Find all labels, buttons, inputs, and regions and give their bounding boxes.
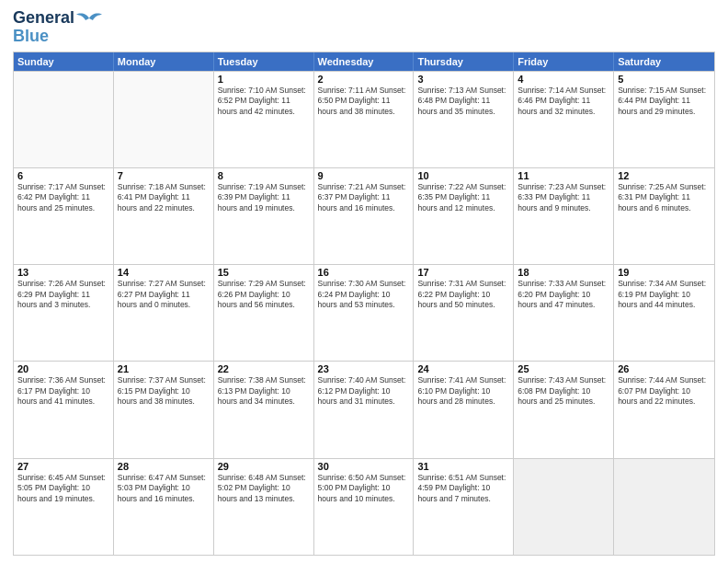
day-cell-9: 9Sunrise: 7:21 AM Sunset: 6:37 PM Daylig… xyxy=(314,168,415,264)
day-info: Sunrise: 7:23 AM Sunset: 6:33 PM Dayligh… xyxy=(518,182,609,213)
day-info: Sunrise: 7:44 AM Sunset: 6:07 PM Dayligh… xyxy=(618,375,711,407)
day-number: 5 xyxy=(618,74,711,85)
day-info: Sunrise: 7:26 AM Sunset: 6:29 PM Dayligh… xyxy=(17,279,109,310)
day-number: 27 xyxy=(17,461,109,472)
day-number: 14 xyxy=(118,267,210,278)
day-number: 15 xyxy=(218,267,310,278)
day-number: 3 xyxy=(417,74,509,85)
day-number: 17 xyxy=(417,267,509,278)
day-header-saturday: Saturday xyxy=(614,52,714,71)
day-number: 6 xyxy=(17,170,109,181)
day-cell-6: 6Sunrise: 7:17 AM Sunset: 6:42 PM Daylig… xyxy=(14,168,114,264)
day-number: 18 xyxy=(518,267,609,278)
day-info: Sunrise: 7:29 AM Sunset: 6:26 PM Dayligh… xyxy=(218,279,310,310)
day-number: 29 xyxy=(218,461,310,472)
day-info: Sunrise: 7:30 AM Sunset: 6:24 PM Dayligh… xyxy=(318,279,410,310)
week-row-4: 20Sunrise: 7:36 AM Sunset: 6:17 PM Dayli… xyxy=(14,361,714,457)
day-info: Sunrise: 7:14 AM Sunset: 6:46 PM Dayligh… xyxy=(518,86,609,117)
day-number: 2 xyxy=(318,74,410,85)
day-cell-12: 12Sunrise: 7:25 AM Sunset: 6:31 PM Dayli… xyxy=(614,168,714,264)
day-cell-25: 25Sunrise: 7:43 AM Sunset: 6:08 PM Dayli… xyxy=(514,362,614,457)
day-number: 19 xyxy=(618,267,711,278)
empty-cell xyxy=(114,72,214,167)
day-cell-31: 31Sunrise: 6:51 AM Sunset: 4:59 PM Dayli… xyxy=(414,459,514,555)
day-info: Sunrise: 6:48 AM Sunset: 5:02 PM Dayligh… xyxy=(218,473,310,504)
day-info: Sunrise: 7:10 AM Sunset: 6:52 PM Dayligh… xyxy=(218,86,310,117)
calendar-body: 1Sunrise: 7:10 AM Sunset: 6:52 PM Daylig… xyxy=(14,71,714,555)
day-cell-13: 13Sunrise: 7:26 AM Sunset: 6:29 PM Dayli… xyxy=(14,265,114,361)
logo-bird-icon xyxy=(76,11,102,31)
day-cell-14: 14Sunrise: 7:27 AM Sunset: 6:27 PM Dayli… xyxy=(114,265,214,361)
day-cell-30: 30Sunrise: 6:50 AM Sunset: 5:00 PM Dayli… xyxy=(314,459,415,555)
day-cell-21: 21Sunrise: 7:37 AM Sunset: 6:15 PM Dayli… xyxy=(114,362,214,457)
day-number: 26 xyxy=(618,363,711,374)
day-cell-5: 5Sunrise: 7:15 AM Sunset: 6:44 PM Daylig… xyxy=(614,72,714,167)
day-cell-16: 16Sunrise: 7:30 AM Sunset: 6:24 PM Dayli… xyxy=(314,265,415,361)
day-number: 13 xyxy=(17,267,109,278)
day-cell-22: 22Sunrise: 7:38 AM Sunset: 6:13 PM Dayli… xyxy=(214,362,314,457)
day-info: Sunrise: 6:45 AM Sunset: 5:05 PM Dayligh… xyxy=(17,473,109,504)
day-header-monday: Monday xyxy=(114,52,214,71)
day-number: 7 xyxy=(118,170,210,181)
day-info: Sunrise: 6:51 AM Sunset: 4:59 PM Dayligh… xyxy=(417,473,509,504)
day-cell-17: 17Sunrise: 7:31 AM Sunset: 6:22 PM Dayli… xyxy=(414,265,514,361)
day-number: 16 xyxy=(318,267,410,278)
day-number: 8 xyxy=(218,170,310,181)
day-header-sunday: Sunday xyxy=(14,52,114,71)
day-cell-8: 8Sunrise: 7:19 AM Sunset: 6:39 PM Daylig… xyxy=(214,168,314,264)
week-row-5: 27Sunrise: 6:45 AM Sunset: 5:05 PM Dayli… xyxy=(14,458,714,555)
day-cell-15: 15Sunrise: 7:29 AM Sunset: 6:26 PM Dayli… xyxy=(214,265,314,361)
day-info: Sunrise: 7:18 AM Sunset: 6:41 PM Dayligh… xyxy=(118,182,210,213)
day-number: 9 xyxy=(318,170,410,181)
day-header-tuesday: Tuesday xyxy=(214,52,314,71)
day-number: 23 xyxy=(318,363,410,374)
day-number: 28 xyxy=(118,461,210,472)
day-number: 25 xyxy=(518,363,609,374)
empty-cell xyxy=(614,459,714,555)
day-number: 11 xyxy=(518,170,609,181)
day-cell-10: 10Sunrise: 7:22 AM Sunset: 6:35 PM Dayli… xyxy=(414,168,514,264)
day-cell-26: 26Sunrise: 7:44 AM Sunset: 6:07 PM Dayli… xyxy=(614,362,714,457)
day-number: 20 xyxy=(17,363,109,374)
day-info: Sunrise: 7:41 AM Sunset: 6:10 PM Dayligh… xyxy=(417,375,509,407)
day-number: 24 xyxy=(417,363,509,374)
day-cell-3: 3Sunrise: 7:13 AM Sunset: 6:48 PM Daylig… xyxy=(414,72,514,167)
day-info: Sunrise: 7:11 AM Sunset: 6:50 PM Dayligh… xyxy=(318,86,410,117)
day-cell-20: 20Sunrise: 7:36 AM Sunset: 6:17 PM Dayli… xyxy=(14,362,114,457)
day-info: Sunrise: 7:17 AM Sunset: 6:42 PM Dayligh… xyxy=(17,182,109,213)
day-info: Sunrise: 7:38 AM Sunset: 6:13 PM Dayligh… xyxy=(218,375,310,407)
day-info: Sunrise: 7:19 AM Sunset: 6:39 PM Dayligh… xyxy=(218,182,310,213)
page-header: GeneralBlue xyxy=(13,9,715,46)
calendar: SundayMondayTuesdayWednesdayThursdayFrid… xyxy=(13,52,715,556)
day-cell-18: 18Sunrise: 7:33 AM Sunset: 6:20 PM Dayli… xyxy=(514,265,614,361)
day-header-friday: Friday xyxy=(514,52,614,71)
day-info: Sunrise: 6:50 AM Sunset: 5:00 PM Dayligh… xyxy=(318,473,410,504)
day-number: 4 xyxy=(518,74,609,85)
day-header-thursday: Thursday xyxy=(414,52,514,71)
day-info: Sunrise: 7:36 AM Sunset: 6:17 PM Dayligh… xyxy=(17,375,109,407)
day-cell-28: 28Sunrise: 6:47 AM Sunset: 5:03 PM Dayli… xyxy=(114,459,214,555)
day-cell-29: 29Sunrise: 6:48 AM Sunset: 5:02 PM Dayli… xyxy=(214,459,314,555)
empty-cell xyxy=(514,459,614,555)
day-info: Sunrise: 7:37 AM Sunset: 6:15 PM Dayligh… xyxy=(118,375,210,407)
day-number: 22 xyxy=(218,363,310,374)
day-info: Sunrise: 7:43 AM Sunset: 6:08 PM Dayligh… xyxy=(518,375,609,407)
day-info: Sunrise: 7:31 AM Sunset: 6:22 PM Dayligh… xyxy=(417,279,509,310)
week-row-2: 6Sunrise: 7:17 AM Sunset: 6:42 PM Daylig… xyxy=(14,167,714,264)
day-cell-4: 4Sunrise: 7:14 AM Sunset: 6:46 PM Daylig… xyxy=(514,72,614,167)
day-number: 12 xyxy=(618,170,711,181)
day-number: 1 xyxy=(218,74,310,85)
day-number: 30 xyxy=(318,461,410,472)
day-info: Sunrise: 7:40 AM Sunset: 6:12 PM Dayligh… xyxy=(318,375,410,407)
day-cell-2: 2Sunrise: 7:11 AM Sunset: 6:50 PM Daylig… xyxy=(314,72,415,167)
day-header-wednesday: Wednesday xyxy=(314,52,415,71)
day-cell-11: 11Sunrise: 7:23 AM Sunset: 6:33 PM Dayli… xyxy=(514,168,614,264)
day-info: Sunrise: 7:21 AM Sunset: 6:37 PM Dayligh… xyxy=(318,182,410,213)
day-info: Sunrise: 7:33 AM Sunset: 6:20 PM Dayligh… xyxy=(518,279,609,310)
day-cell-24: 24Sunrise: 7:41 AM Sunset: 6:10 PM Dayli… xyxy=(414,362,514,457)
day-info: Sunrise: 7:15 AM Sunset: 6:44 PM Dayligh… xyxy=(618,86,711,117)
logo: GeneralBlue xyxy=(13,9,102,46)
day-number: 10 xyxy=(417,170,509,181)
calendar-header: SundayMondayTuesdayWednesdayThursdayFrid… xyxy=(14,52,714,71)
week-row-1: 1Sunrise: 7:10 AM Sunset: 6:52 PM Daylig… xyxy=(14,71,714,167)
